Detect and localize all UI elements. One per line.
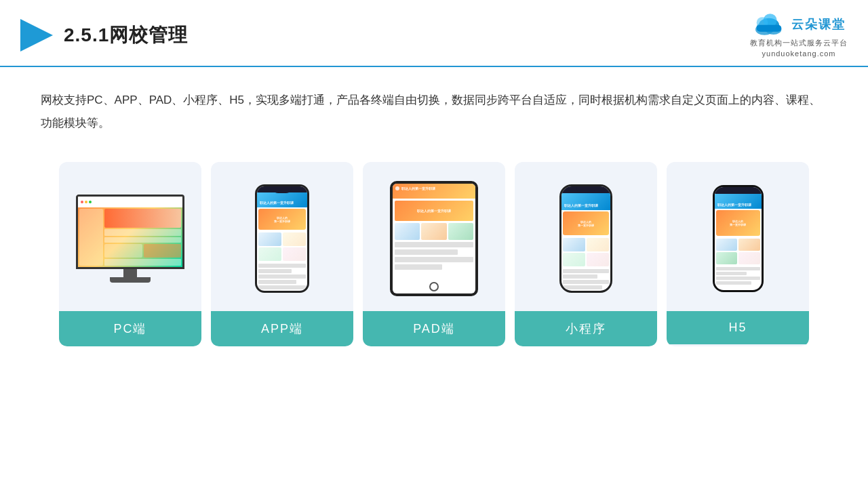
tablet-home-btn bbox=[429, 282, 439, 291]
svg-rect-7 bbox=[757, 25, 782, 32]
miniprogram-label: 小程序 bbox=[515, 311, 657, 346]
header-left: 2.5.1网校管理 bbox=[20, 19, 188, 52]
phone-notch bbox=[273, 186, 292, 193]
miniprogram-phone-mockup: 职达人的第一堂升职课 职达人的第一堂升职课 bbox=[559, 184, 612, 293]
pad-label: PAD端 bbox=[363, 311, 505, 346]
tablet-mockup: 职达人的第一堂升职课 职达人的第一堂升职课 bbox=[390, 181, 478, 296]
page-title: 2.5.1网校管理 bbox=[64, 22, 188, 48]
h5-card: 职达人的第一堂升职课 职达人的第一堂升职课 bbox=[667, 162, 809, 346]
pc-image-area bbox=[59, 162, 201, 311]
miniprogram-image-area: 职达人的第一堂升职课 职达人的第一堂升职课 bbox=[515, 162, 657, 311]
pad-card: 职达人的第一堂升职课 职达人的第一堂升职课 bbox=[363, 162, 505, 346]
pc-mockup bbox=[76, 195, 184, 283]
app-label: APP端 bbox=[211, 311, 353, 346]
h5-phone-mockup: 职达人的第一堂升职课 职达人的第一堂升职课 bbox=[713, 185, 764, 292]
play-logo-icon bbox=[20, 19, 53, 52]
phone-screen: 职达人的第一堂升职课 职达人的第一堂升职课 bbox=[257, 186, 307, 291]
pc-label: PC端 bbox=[59, 311, 201, 346]
pad-image-area: 职达人的第一堂升职课 职达人的第一堂升职课 bbox=[363, 162, 505, 311]
app-phone-mockup: 职达人的第一堂升职课 职达人的第一堂升职课 bbox=[255, 184, 309, 293]
h5-label: H5 bbox=[667, 311, 809, 344]
pc-stand-base bbox=[110, 277, 151, 283]
app-image-area: 职达人的第一堂升职课 职达人的第一堂升职课 bbox=[211, 162, 353, 311]
pc-screen bbox=[76, 195, 184, 269]
tablet-screen: 职达人的第一堂升职课 职达人的第一堂升职课 bbox=[393, 184, 475, 293]
h5-image-area: 职达人的第一堂升职课 职达人的第一堂升职课 bbox=[667, 162, 809, 311]
miniprogram-phone-notch bbox=[576, 186, 595, 193]
app-card: 职达人的第一堂升职课 职达人的第一堂升职课 bbox=[211, 162, 353, 346]
cards-container: PC端 职达人的第一堂升职课 职达人的第一堂升职课 bbox=[0, 146, 868, 367]
h5-phone-screen: 职达人的第一堂升职课 职达人的第一堂升职课 bbox=[715, 187, 762, 290]
brand-subtitle: 教育机构一站式服务云平台 bbox=[750, 38, 848, 48]
pc-card: PC端 bbox=[59, 162, 201, 346]
brand-logo: 云朵课堂 bbox=[752, 12, 846, 37]
header-right: 云朵课堂 教育机构一站式服务云平台 yunduoketang.com bbox=[750, 12, 848, 58]
miniprogram-card: 职达人的第一堂升职课 职达人的第一堂升职课 bbox=[515, 162, 657, 346]
brand-url: yunduoketang.com bbox=[762, 49, 836, 58]
svg-marker-0 bbox=[20, 19, 53, 52]
cloud-brand-icon bbox=[752, 12, 786, 37]
pc-stand-neck bbox=[123, 269, 137, 277]
brand-name: 云朵课堂 bbox=[791, 16, 846, 33]
description-text: 网校支持PC、APP、PAD、小程序、H5，实现多端打通，产品各终端自由切换，数… bbox=[0, 67, 868, 146]
header: 2.5.1网校管理 云朵课堂 教育机构一站式服务云平台 yunduoketang… bbox=[0, 0, 868, 67]
miniprogram-phone-screen: 职达人的第一堂升职课 职达人的第一堂升职课 bbox=[561, 186, 610, 291]
